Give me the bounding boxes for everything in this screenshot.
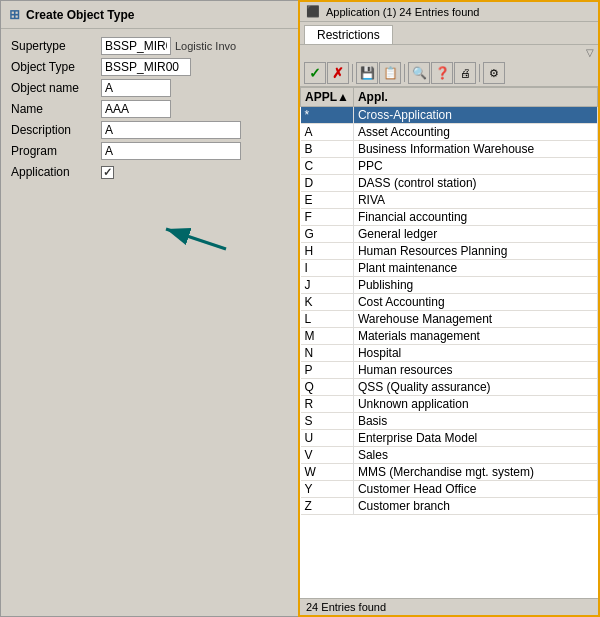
table-header-row: APPL▲ Appl. xyxy=(301,88,598,107)
table-row[interactable]: CPPC xyxy=(301,158,598,175)
table-row[interactable]: YCustomer Head Office xyxy=(301,481,598,498)
application-checkbox[interactable]: ✓ xyxy=(101,166,114,179)
cell-appl: C xyxy=(301,158,354,175)
toolbar-cancel-btn[interactable]: ✗ xyxy=(327,62,349,84)
cell-appl: N xyxy=(301,345,354,362)
application-value: ✓ xyxy=(101,163,294,181)
cell-name: Basis xyxy=(353,413,597,430)
cell-appl: G xyxy=(301,226,354,243)
cell-name: DASS (control station) xyxy=(353,175,597,192)
toolbar-save-btn[interactable]: 💾 xyxy=(356,62,378,84)
table-row[interactable]: ZCustomer branch xyxy=(301,498,598,515)
cell-name: Cost Accounting xyxy=(353,294,597,311)
table-row[interactable]: JPublishing xyxy=(301,277,598,294)
description-value xyxy=(101,121,294,139)
table-row[interactable]: WMMS (Merchandise mgt. system) xyxy=(301,464,598,481)
table-row[interactable]: QQSS (Quality assurance) xyxy=(301,379,598,396)
cell-name: General ledger xyxy=(353,226,597,243)
object-name-value xyxy=(101,79,294,97)
cell-appl: K xyxy=(301,294,354,311)
table-row[interactable]: *Cross-Application xyxy=(301,107,598,124)
object-type-input[interactable] xyxy=(101,58,191,76)
table-row[interactable]: UEnterprise Data Model xyxy=(301,430,598,447)
table-row[interactable]: BBusiness Information Warehouse xyxy=(301,141,598,158)
object-type-label: Object Type xyxy=(11,58,101,76)
cell-appl: B xyxy=(301,141,354,158)
cell-name: Human resources xyxy=(353,362,597,379)
table-row[interactable]: LWarehouse Management xyxy=(301,311,598,328)
cell-name: Publishing xyxy=(353,277,597,294)
supertype-value: Logistic Invo xyxy=(101,37,294,55)
toolbar-help-btn[interactable]: ❓ xyxy=(431,62,453,84)
cell-appl: P xyxy=(301,362,354,379)
object-name-input[interactable] xyxy=(101,79,171,97)
table-row[interactable]: IPlant maintenance xyxy=(301,260,598,277)
table-body: *Cross-ApplicationAAsset AccountingBBusi… xyxy=(301,107,598,515)
popup-header-text: Application (1) 24 Entries found xyxy=(326,6,479,18)
supertype-input[interactable] xyxy=(101,37,171,55)
panel-title-icon: ⊞ xyxy=(9,7,20,22)
tab-restrictions[interactable]: Restrictions xyxy=(304,25,393,44)
cell-name: Business Information Warehouse xyxy=(353,141,597,158)
name-value xyxy=(101,100,294,118)
table-row[interactable]: NHospital xyxy=(301,345,598,362)
cell-appl: Y xyxy=(301,481,354,498)
table-row[interactable]: PHuman resources xyxy=(301,362,598,379)
table-row[interactable]: VSales xyxy=(301,447,598,464)
table-container[interactable]: APPL▲ Appl. *Cross-ApplicationAAsset Acc… xyxy=(300,87,598,598)
program-value xyxy=(101,142,294,160)
table-row[interactable]: ERIVA xyxy=(301,192,598,209)
object-type-value xyxy=(101,58,294,76)
supertype-label: Supertype xyxy=(11,37,101,55)
cell-name: Materials management xyxy=(353,328,597,345)
filter-icon: ▽ xyxy=(586,47,594,58)
popup-header-icon: ⬛ xyxy=(306,5,320,18)
cell-name: Financial accounting xyxy=(353,209,597,226)
toolbar-sep-3 xyxy=(479,64,480,82)
cell-name: MMS (Merchandise mgt. system) xyxy=(353,464,597,481)
cell-appl: J xyxy=(301,277,354,294)
table-row[interactable]: MMaterials management xyxy=(301,328,598,345)
cell-name: Unknown application xyxy=(353,396,597,413)
toolbar-copy-btn[interactable]: 📋 xyxy=(379,62,401,84)
table-row[interactable]: RUnknown application xyxy=(301,396,598,413)
toolbar-sep-2 xyxy=(404,64,405,82)
svg-line-1 xyxy=(166,229,226,249)
toolbar-sep-1 xyxy=(352,64,353,82)
toolbar-confirm-btn[interactable]: ✓ xyxy=(304,62,326,84)
cell-appl: L xyxy=(301,311,354,328)
cell-appl: A xyxy=(301,124,354,141)
table-row[interactable]: DDASS (control station) xyxy=(301,175,598,192)
col-name: Appl. xyxy=(353,88,597,107)
cell-appl: Q xyxy=(301,379,354,396)
table-row[interactable]: FFinancial accounting xyxy=(301,209,598,226)
cell-appl: V xyxy=(301,447,354,464)
table-row[interactable]: SBasis xyxy=(301,413,598,430)
cell-name: Customer Head Office xyxy=(353,481,597,498)
filter-row: ▽ xyxy=(300,45,598,60)
cell-appl: F xyxy=(301,209,354,226)
col-appl: APPL▲ xyxy=(301,88,354,107)
cell-appl: I xyxy=(301,260,354,277)
cell-appl: W xyxy=(301,464,354,481)
name-input[interactable] xyxy=(101,100,171,118)
cell-appl: D xyxy=(301,175,354,192)
toolbar-search-btn[interactable]: 🔍 xyxy=(408,62,430,84)
supertype-extra: Logistic Invo xyxy=(175,40,236,52)
toolbar-print-btn[interactable]: 🖨 xyxy=(454,62,476,84)
cell-name: Warehouse Management xyxy=(353,311,597,328)
description-input[interactable] xyxy=(101,121,241,139)
arrow-icon xyxy=(156,219,236,259)
toolbar-pin-btn[interactable]: ⚙ xyxy=(483,62,505,84)
right-panel: ⬛ Application (1) 24 Entries found Restr… xyxy=(298,0,600,617)
cell-appl: E xyxy=(301,192,354,209)
table-row[interactable]: GGeneral ledger xyxy=(301,226,598,243)
table-row[interactable]: AAsset Accounting xyxy=(301,124,598,141)
table-row[interactable]: KCost Accounting xyxy=(301,294,598,311)
program-input[interactable] xyxy=(101,142,241,160)
cell-name: Enterprise Data Model xyxy=(353,430,597,447)
description-label: Description xyxy=(11,121,101,139)
status-bar: 24 Entries found xyxy=(300,598,598,615)
application-label: Application xyxy=(11,163,101,181)
table-row[interactable]: HHuman Resources Planning xyxy=(301,243,598,260)
